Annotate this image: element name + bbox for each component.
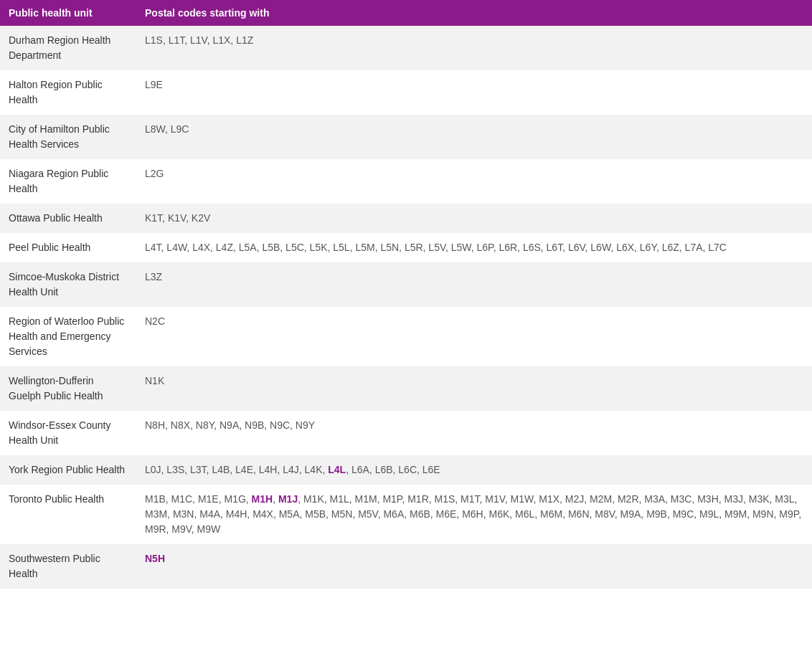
unit-name-cell: Wellington-Dufferin Guelph Public Health	[0, 366, 136, 411]
postal-codes-cell: L0J, L3S, L3T, L4B, L4E, L4H, L4J, L4K, …	[136, 455, 812, 485]
unit-name-cell: Toronto Public Health	[0, 485, 136, 544]
table-row: Durham Region Health DepartmentL1S, L1T,…	[0, 26, 812, 70]
postal-codes-cell: L1S, L1T, L1V, L1X, L1Z	[136, 26, 812, 70]
table-row: Simcoe-Muskoka District Health UnitL3Z	[0, 262, 812, 307]
highlighted-code: M1J	[278, 493, 298, 505]
table-row: Halton Region Public HealthL9E	[0, 70, 812, 115]
postal-codes-cell: K1T, K1V, K2V	[136, 204, 812, 233]
table-row: Southwestern Public HealthN5H	[0, 544, 812, 589]
table-row: York Region Public HealthL0J, L3S, L3T, …	[0, 455, 812, 485]
unit-name-cell: Halton Region Public Health	[0, 70, 136, 115]
unit-name-cell: Durham Region Health Department	[0, 26, 136, 70]
unit-name-cell: Niagara Region Public Health	[0, 159, 136, 204]
table-row: Windsor-Essex County Health UnitN8H, N8X…	[0, 411, 812, 455]
public-health-table: Public health unit Postal codes starting…	[0, 0, 812, 589]
postal-codes-cell: N2C	[136, 307, 812, 366]
highlighted-code: N5H	[145, 553, 165, 564]
unit-name-cell: City of Hamilton Public Health Services	[0, 115, 136, 159]
postal-codes-cell: L9E	[136, 70, 812, 115]
table-row: City of Hamilton Public Health ServicesL…	[0, 115, 812, 159]
postal-codes-cell: L2G	[136, 159, 812, 204]
postal-codes-cell: M1B, M1C, M1E, M1G, M1H, M1J, M1K, M1L, …	[136, 485, 812, 544]
unit-name-cell: Southwestern Public Health	[0, 544, 136, 589]
unit-name-cell: Simcoe-Muskoka District Health Unit	[0, 262, 136, 307]
highlighted-code: M1H	[252, 493, 273, 505]
unit-name-cell: Windsor-Essex County Health Unit	[0, 411, 136, 455]
postal-codes-cell: L4T, L4W, L4X, L4Z, L5A, L5B, L5C, L5K, …	[136, 233, 812, 262]
postal-codes-cell: N1K	[136, 366, 812, 411]
postal-codes-cell: N8H, N8X, N8Y, N9A, N9B, N9C, N9Y	[136, 411, 812, 455]
unit-name-cell: Ottawa Public Health	[0, 204, 136, 233]
table-row: Niagara Region Public HealthL2G	[0, 159, 812, 204]
table-header-row: Public health unit Postal codes starting…	[0, 0, 812, 26]
postal-codes-cell: L3Z	[136, 262, 812, 307]
postal-codes-cell: N5H	[136, 544, 812, 589]
table-row: Peel Public HealthL4T, L4W, L4X, L4Z, L5…	[0, 233, 812, 262]
postal-codes-cell: L8W, L9C	[136, 115, 812, 159]
table-row: Region of Waterloo Public Health and Eme…	[0, 307, 812, 366]
table-row: Wellington-Dufferin Guelph Public Health…	[0, 366, 812, 411]
highlighted-code: L4L	[328, 464, 346, 475]
col-header-codes: Postal codes starting with	[136, 0, 812, 26]
col-header-unit: Public health unit	[0, 0, 136, 26]
unit-name-cell: York Region Public Health	[0, 455, 136, 485]
unit-name-cell: Peel Public Health	[0, 233, 136, 262]
table-row: Ottawa Public HealthK1T, K1V, K2V	[0, 204, 812, 233]
unit-name-cell: Region of Waterloo Public Health and Eme…	[0, 307, 136, 366]
table-row: Toronto Public HealthM1B, M1C, M1E, M1G,…	[0, 485, 812, 544]
